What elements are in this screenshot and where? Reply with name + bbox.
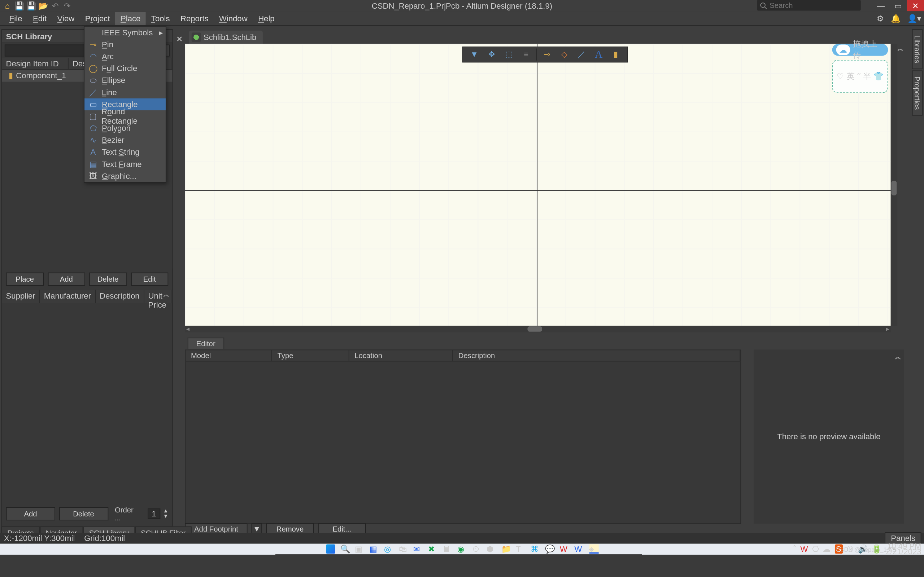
undo-icon[interactable]: ↶	[50, 1, 60, 10]
vscroll-thumb[interactable]	[892, 181, 897, 195]
xbox-icon[interactable]: ✖	[428, 544, 438, 554]
menu-project[interactable]: Project	[80, 11, 115, 25]
col-supplier[interactable]: Supplier	[2, 290, 40, 303]
place-part-icon[interactable]: ▮	[607, 47, 625, 62]
altium-task-icon[interactable]: ⎈	[589, 544, 598, 554]
bell-icon[interactable]: 🔔	[891, 14, 901, 23]
menu-polygon[interactable]: ⬠Polygon	[84, 122, 166, 134]
hscroll-right-icon[interactable]: ▸	[886, 325, 889, 332]
clock-icon[interactable]: ⏲	[472, 544, 481, 554]
canvas-vscroll[interactable]	[891, 44, 897, 326]
text-app-icon[interactable]: T	[516, 544, 525, 554]
explorer-icon[interactable]: 📁	[501, 544, 511, 554]
wechat-icon[interactable]: 💬	[545, 544, 554, 554]
col-manufacturer[interactable]: Manufacturer	[40, 290, 96, 303]
hex-icon[interactable]: ⬢	[486, 544, 496, 554]
menu-reports[interactable]: Reports	[175, 11, 214, 25]
start-icon[interactable]	[326, 544, 335, 554]
col-design-id[interactable]: Design Item ID	[2, 58, 69, 69]
save-icon[interactable]: 💾	[15, 1, 24, 10]
open-icon[interactable]: 📂	[39, 1, 48, 10]
place-button[interactable]: Place	[6, 272, 44, 286]
sticker-card[interactable]: ♡英 ʻʻ 半👕	[832, 60, 888, 93]
widgets-icon[interactable]: ▦	[370, 544, 379, 554]
menu-file[interactable]: File	[4, 11, 27, 25]
maximize-button[interactable]: ▭	[889, 0, 907, 11]
tray-ime-icon[interactable]: ⎔	[812, 544, 819, 554]
col-desc[interactable]: Description	[453, 350, 740, 361]
place-rect-icon[interactable]: ◇	[556, 47, 573, 62]
menu-text-frame[interactable]: ▤Text Frame	[84, 158, 166, 170]
taskview-icon[interactable]: ▣	[355, 544, 364, 554]
whatsapp-icon[interactable]: ◉	[457, 544, 467, 554]
hscroll-thumb[interactable]	[527, 326, 542, 332]
menu-edit[interactable]: Edit	[27, 11, 52, 25]
home-icon[interactable]: ⌂	[3, 1, 12, 10]
sup-delete-button[interactable]: Delete	[59, 507, 108, 521]
tab-schlib[interactable]: Schlib1.SchLib	[189, 31, 263, 44]
edit-button[interactable]: Edit	[131, 272, 168, 286]
menu-arc[interactable]: ◠Arc	[84, 50, 166, 62]
col-sup-description[interactable]: Description	[96, 290, 144, 303]
menu-text-string[interactable]: AText String	[84, 146, 166, 158]
mail-icon[interactable]: ✉	[413, 544, 423, 554]
menu-bezier[interactable]: ∿Bezier	[84, 134, 166, 146]
tray-chevron-icon[interactable]: ˄	[793, 544, 796, 554]
menu-place[interactable]: Place	[115, 11, 146, 25]
menu-view[interactable]: View	[52, 11, 80, 25]
edge-icon[interactable]: ◎	[384, 544, 393, 554]
select-rect-icon[interactable]: ⬚	[500, 47, 518, 62]
col-location[interactable]: Location	[349, 350, 453, 361]
menu-graphic[interactable]: 🖼Graphic...	[84, 170, 166, 182]
menu-ellipse[interactable]: ⬭Ellipse	[84, 74, 166, 86]
tray-cloud-icon[interactable]: ☁	[822, 544, 830, 554]
collapse-icon[interactable]: ︽	[163, 290, 170, 299]
col-model[interactable]: Model	[186, 350, 272, 361]
menu-window[interactable]: Window	[214, 11, 253, 25]
gear-icon[interactable]: ⚙	[877, 14, 884, 23]
place-line-icon[interactable]: ／	[573, 47, 590, 62]
menu-tools[interactable]: Tools	[146, 11, 175, 25]
filter-icon[interactable]: ▼	[465, 47, 483, 62]
wps-icon[interactable]: W	[560, 544, 569, 554]
store-icon[interactable]: 🛍	[399, 544, 408, 554]
collapse-preview-icon[interactable]: ︽	[895, 352, 901, 362]
place-pin-icon[interactable]: ⊸	[538, 47, 556, 62]
menu-full-circle[interactable]: ◯Full Circle	[84, 62, 166, 74]
calc-icon[interactable]: 🖩	[443, 544, 452, 554]
search-input[interactable]	[769, 2, 849, 10]
collapse-canvas-icon[interactable]: ︽	[897, 44, 904, 53]
redo-icon[interactable]: ↷	[63, 1, 72, 10]
move-icon[interactable]: ✥	[483, 47, 500, 62]
menu-help[interactable]: Help	[253, 11, 280, 25]
user-icon[interactable]: 👤▾	[908, 14, 921, 23]
dock-libraries[interactable]: Libraries	[912, 29, 922, 69]
order-value[interactable]: 1	[147, 508, 160, 519]
sup-add-button[interactable]: Add	[6, 507, 55, 521]
spin-arrows[interactable]: ▲▼	[163, 508, 168, 519]
menu-line[interactable]: ／Line	[84, 87, 166, 98]
word-icon[interactable]: W	[574, 544, 584, 554]
col-type[interactable]: Type	[272, 350, 349, 361]
tray-lang-icon[interactable]: W	[801, 544, 808, 554]
menu-pin[interactable]: ⊸Pin	[84, 39, 166, 50]
model-list[interactable]	[185, 362, 741, 524]
align-icon[interactable]: ≡	[518, 47, 535, 62]
baidu-icon[interactable]: ⌘	[531, 544, 540, 554]
tab-close-icon[interactable]: ✕	[174, 35, 185, 44]
hscroll-left-icon[interactable]: ◂	[186, 325, 189, 332]
place-text-icon[interactable]: A	[590, 47, 607, 62]
close-button[interactable]: ✕	[907, 0, 924, 11]
delete-button[interactable]: Delete	[89, 272, 127, 286]
cloud-upload-button[interactable]: ☁ 拖拽上传	[832, 44, 888, 56]
add-button[interactable]: Add	[48, 272, 85, 286]
dock-properties[interactable]: Properties	[912, 71, 922, 116]
schematic-canvas[interactable]	[185, 44, 890, 326]
canvas-hscroll[interactable]: ◂ ▸	[185, 326, 890, 332]
save-all-icon[interactable]: 💾	[27, 1, 36, 10]
search-task-icon[interactable]: 🔍	[340, 544, 350, 554]
menu-round-rectangle[interactable]: ▢Round Rectangle	[84, 110, 166, 122]
editor-tab[interactable]: Editor	[188, 338, 224, 349]
minimize-button[interactable]: —	[872, 0, 889, 11]
search-box[interactable]	[757, 0, 861, 10]
